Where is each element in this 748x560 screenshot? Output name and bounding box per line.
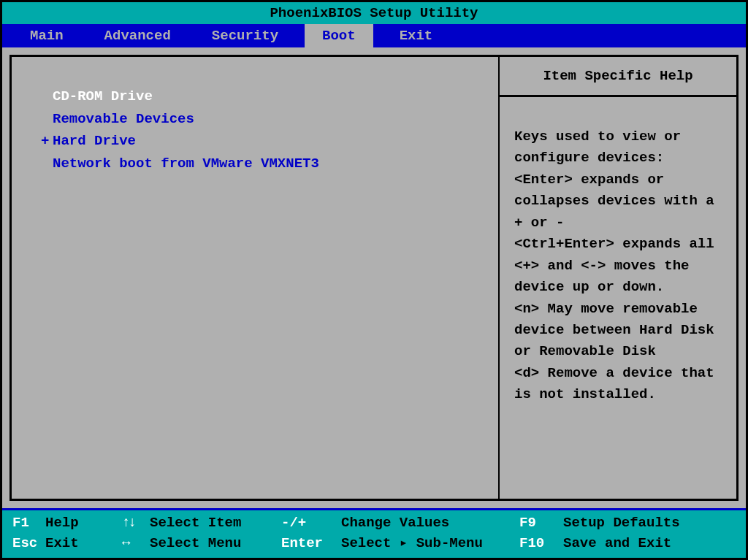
boot-item-harddrive[interactable]: + Hard Drive bbox=[41, 131, 484, 152]
label-select-menu: Select Menu bbox=[150, 534, 281, 553]
help-title: Item Specific Help bbox=[543, 68, 692, 84]
boot-label: Hard Drive bbox=[53, 131, 136, 152]
expand-prefix bbox=[41, 86, 53, 107]
key-f9: F9 bbox=[519, 513, 563, 533]
tab-main[interactable]: Main bbox=[15, 26, 78, 46]
footer-keys: F1 Help Select Item -/+ Change Values F9… bbox=[2, 510, 746, 558]
boot-label: CD-ROM Drive bbox=[53, 86, 153, 107]
menu-bar: Main Advanced Security Boot Exit bbox=[2, 24, 746, 47]
label-select-submenu: Select Sub-Menu bbox=[341, 534, 519, 553]
tab-advanced[interactable]: Advanced bbox=[90, 26, 186, 46]
key-esc: Esc bbox=[12, 534, 45, 553]
label-select-item: Select Item bbox=[150, 513, 281, 533]
expand-prefix bbox=[41, 109, 53, 130]
content-area: CD-ROM Drive Removable Devices + Hard Dr… bbox=[2, 47, 746, 510]
app-title: PhoenixBIOS Setup Utility bbox=[270, 5, 478, 21]
help-header: Item Specific Help bbox=[500, 57, 736, 97]
boot-item-removable[interactable]: Removable Devices bbox=[41, 109, 484, 130]
help-text: Keys used to view or configure devices: … bbox=[500, 97, 736, 421]
tab-exit[interactable]: Exit bbox=[385, 26, 448, 46]
tab-boot[interactable]: Boot bbox=[305, 24, 373, 47]
boot-label: Network boot from VMware VMXNET3 bbox=[53, 153, 319, 174]
triangle-right-icon bbox=[400, 535, 408, 551]
boot-label: Removable Devices bbox=[53, 109, 194, 130]
expand-prefix: + bbox=[41, 131, 53, 152]
bios-window: PhoenixBIOS Setup Utility Main Advanced … bbox=[0, 0, 748, 560]
boot-item-network[interactable]: Network boot from VMware VMXNET3 bbox=[41, 153, 484, 174]
tab-security[interactable]: Security bbox=[197, 26, 293, 46]
boot-order-panel: CD-ROM Drive Removable Devices + Hard Dr… bbox=[9, 55, 499, 501]
boot-item-cdrom[interactable]: CD-ROM Drive bbox=[41, 86, 484, 107]
key-f10: F10 bbox=[519, 534, 563, 553]
help-panel: Item Specific Help Keys used to view or … bbox=[499, 55, 739, 501]
key-enter: Enter bbox=[281, 534, 341, 553]
label-setup-defaults: Setup Defaults bbox=[563, 513, 736, 533]
key-updown-icon bbox=[122, 513, 150, 533]
label-help: Help bbox=[45, 513, 122, 533]
label-save-exit: Save and Exit bbox=[563, 534, 736, 553]
key-plusminus: -/+ bbox=[281, 513, 341, 533]
expand-prefix bbox=[41, 153, 53, 174]
label-change-values: Change Values bbox=[341, 513, 519, 533]
key-f1: F1 bbox=[12, 513, 45, 533]
key-leftright-icon bbox=[122, 534, 150, 553]
title-bar: PhoenixBIOS Setup Utility bbox=[2, 2, 746, 24]
label-exit: Exit bbox=[45, 534, 122, 553]
